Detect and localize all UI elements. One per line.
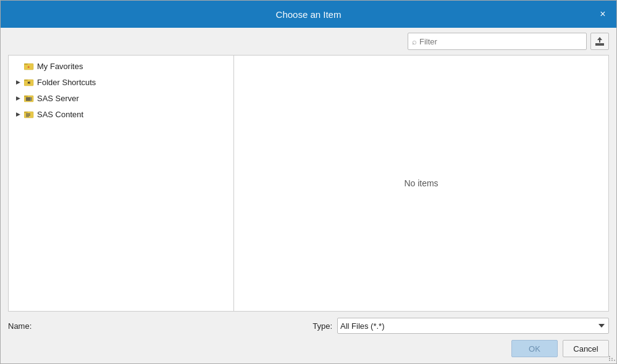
empty-message: No items bbox=[404, 178, 438, 188]
name-section: Name: bbox=[8, 321, 31, 331]
type-section: Type: All Files (*.*) bbox=[313, 318, 609, 334]
name-label: Name: bbox=[8, 321, 31, 331]
tree-label-my-favorites: My Favorites bbox=[37, 62, 83, 71]
svg-point-12 bbox=[30, 97, 31, 98]
tree-item-sas-content[interactable]: ▶ SAS Content bbox=[9, 106, 233, 122]
main-content: My Favorites ▶ Folder Shortcuts ▶ bbox=[8, 55, 609, 312]
tree-label-sas-server: SAS Server bbox=[37, 94, 79, 103]
button-row: OK Cancel bbox=[8, 340, 609, 357]
server-folder-icon bbox=[23, 94, 35, 102]
expand-icon-sas-server: ▶ bbox=[14, 94, 22, 102]
filter-input[interactable] bbox=[419, 37, 582, 46]
toolbar: ⌕ bbox=[1, 28, 616, 55]
tree-panel: My Favorites ▶ Folder Shortcuts ▶ bbox=[9, 56, 234, 311]
svg-marker-2 bbox=[597, 37, 602, 40]
ok-button[interactable]: OK bbox=[511, 340, 558, 357]
svg-rect-15 bbox=[24, 112, 28, 113]
svg-rect-3 bbox=[595, 44, 604, 46]
type-label: Type: bbox=[313, 321, 332, 331]
svg-rect-9 bbox=[24, 96, 28, 97]
svg-rect-17 bbox=[26, 115, 30, 115]
search-icon: ⌕ bbox=[412, 37, 417, 46]
resize-handle[interactable] bbox=[609, 356, 615, 362]
expand-icon-my-favorites bbox=[14, 62, 22, 70]
type-select[interactable]: All Files (*.*) bbox=[337, 318, 609, 334]
shortcuts-folder-icon bbox=[23, 78, 35, 86]
svg-rect-16 bbox=[26, 114, 30, 114]
dialog-title: Choose an Item bbox=[276, 9, 342, 20]
bottom-bar: Name: Type: All Files (*.*) OK Cancel bbox=[1, 312, 616, 363]
svg-point-13 bbox=[30, 99, 31, 100]
svg-rect-0 bbox=[595, 43, 604, 44]
dialog: Choose an Item × ⌕ bbox=[0, 0, 617, 364]
content-folder-icon bbox=[23, 110, 35, 118]
upload-icon bbox=[595, 36, 605, 46]
tree-label-sas-content: SAS Content bbox=[37, 110, 83, 119]
svg-rect-7 bbox=[24, 80, 28, 81]
svg-rect-5 bbox=[24, 64, 28, 65]
content-panel: No items bbox=[234, 56, 608, 311]
expand-icon-folder-shortcuts: ▶ bbox=[14, 78, 22, 86]
tree-label-folder-shortcuts: Folder Shortcuts bbox=[37, 78, 96, 87]
close-button[interactable]: × bbox=[589, 1, 616, 28]
upload-button[interactable] bbox=[590, 33, 609, 50]
svg-rect-18 bbox=[26, 116, 29, 117]
title-bar: Choose an Item × bbox=[1, 1, 616, 28]
tree-item-my-favorites[interactable]: My Favorites bbox=[9, 58, 233, 74]
expand-icon-sas-content: ▶ bbox=[14, 110, 22, 118]
favorites-folder-icon bbox=[23, 62, 35, 70]
tree-item-folder-shortcuts[interactable]: ▶ Folder Shortcuts bbox=[9, 74, 233, 90]
tree-item-sas-server[interactable]: ▶ SAS Server bbox=[9, 90, 233, 106]
name-type-row: Name: Type: All Files (*.*) bbox=[8, 318, 609, 334]
filter-container: ⌕ bbox=[408, 33, 587, 50]
cancel-button[interactable]: Cancel bbox=[563, 340, 609, 357]
